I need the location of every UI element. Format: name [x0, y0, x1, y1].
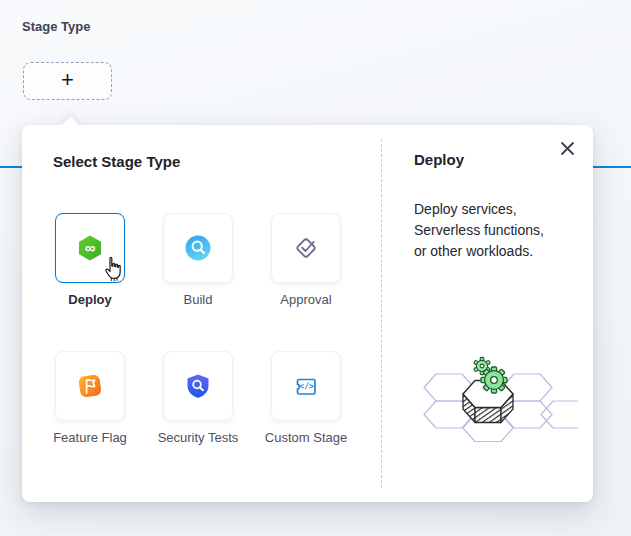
security-tests-icon	[184, 372, 212, 400]
stage-tile-custom-stage: </> Custom Stage	[271, 351, 341, 446]
svg-text:∞: ∞	[85, 239, 96, 256]
close-button[interactable]	[554, 135, 580, 161]
select-stage-type-popover: Select Stage Type ∞ Deploy	[22, 125, 593, 502]
stage-tile-approval-button[interactable]	[271, 213, 341, 283]
stage-tile-security-tests-button[interactable]	[163, 351, 233, 421]
stage-tile-label: Approval	[259, 292, 353, 308]
build-icon	[184, 234, 212, 262]
plus-icon: +	[61, 69, 74, 91]
approval-icon	[292, 234, 320, 262]
deploy-icon: ∞	[76, 234, 104, 262]
deploy-hexagon-gear-illustration	[406, 353, 578, 449]
stage-tile-label: Custom Stage	[259, 430, 353, 446]
stage-type-label: Stage Type	[22, 19, 90, 34]
close-icon	[560, 141, 575, 156]
stage-tile-build: Build	[163, 213, 233, 308]
stage-tile-approval: Approval	[271, 213, 341, 308]
stage-tile-build-button[interactable]	[163, 213, 233, 283]
stage-type-list-panel: Select Stage Type ∞ Deploy	[22, 125, 381, 502]
detail-title: Deploy	[414, 150, 573, 170]
stage-type-grid: ∞ Deploy	[55, 213, 381, 446]
svg-text:</>: </>	[299, 382, 314, 391]
stage-tile-label: Deploy	[43, 292, 137, 308]
stage-tile-feature-flag: Feature Flag	[55, 351, 125, 446]
popover-title: Select Stage Type	[53, 152, 381, 172]
feature-flag-icon	[76, 372, 104, 400]
hand-cursor	[101, 255, 124, 283]
stage-tile-label: Build	[151, 292, 245, 308]
stage-tile-label: Feature Flag	[43, 430, 137, 446]
detail-description: Deploy services, Serverless functions, o…	[414, 199, 573, 262]
stage-tile-security-tests: Security Tests	[163, 351, 233, 446]
custom-stage-icon: </>	[292, 372, 320, 400]
stage-tile-custom-stage-button[interactable]: </>	[271, 351, 341, 421]
add-stage-button[interactable]: +	[23, 62, 112, 100]
stage-tile-label: Security Tests	[151, 430, 245, 446]
stage-detail-panel: Deploy Deploy services, Serverless funct…	[382, 125, 593, 502]
stage-tile-feature-flag-button[interactable]	[55, 351, 125, 421]
